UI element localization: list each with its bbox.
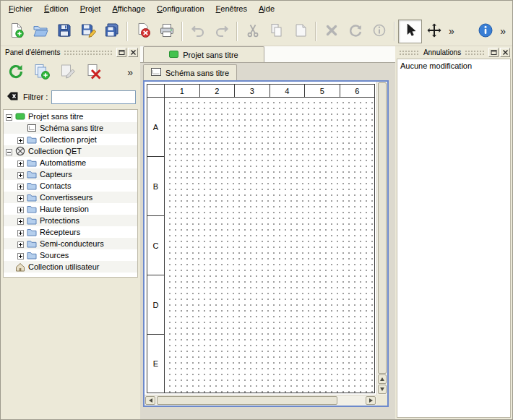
- vertical-scrollbar[interactable]: [376, 82, 387, 395]
- elements-toolbar-overflow-chevron[interactable]: »: [124, 61, 136, 85]
- menu-projet[interactable]: Projet: [74, 1, 107, 16]
- expander-expand-icon[interactable]: [17, 160, 24, 166]
- rotate-button[interactable]: [343, 20, 367, 43]
- scroll-up-button[interactable]: [378, 374, 387, 384]
- row-label: C: [147, 216, 165, 275]
- selection-mode-button[interactable]: [398, 20, 422, 43]
- menu-aide[interactable]: Aide: [253, 1, 280, 16]
- menu-fenetres[interactable]: Fenêtres: [210, 1, 253, 16]
- expander-expand-icon[interactable]: [17, 229, 24, 236]
- open-file-button[interactable]: [28, 20, 52, 43]
- float-dock-button[interactable]: [116, 48, 126, 57]
- column-label: 5: [305, 85, 340, 98]
- toolbar-overflow-chevron[interactable]: »: [446, 20, 457, 43]
- tree-item-automatisme[interactable]: Automatisme: [4, 157, 137, 168]
- save-as-button[interactable]: [76, 20, 100, 43]
- row-ruler: A B C D E: [147, 98, 165, 393]
- project-icon: [15, 112, 25, 121]
- undo-empty-message: Aucune modification: [400, 61, 507, 70]
- scroll-track[interactable]: [338, 395, 365, 406]
- element-infos-button[interactable]: [367, 20, 391, 43]
- menu-edition[interactable]: Édition: [38, 1, 74, 16]
- close-dock-button[interactable]: [500, 48, 510, 57]
- dock-grip[interactable]: [64, 50, 113, 55]
- tree-item-collection-qet[interactable]: Collection QET: [4, 145, 137, 157]
- float-dock-button[interactable]: [488, 48, 499, 57]
- expander-expand-icon[interactable]: [17, 252, 24, 259]
- reload-collections-button[interactable]: [5, 61, 27, 83]
- new-file-button[interactable]: [4, 20, 28, 43]
- expander-expand-icon[interactable]: [17, 194, 24, 201]
- expander-expand-icon[interactable]: [17, 241, 24, 247]
- scroll-left-button[interactable]: [145, 396, 155, 405]
- expander-expand-icon[interactable]: [17, 171, 24, 178]
- expander-expand-icon[interactable]: [17, 183, 24, 189]
- tab-projet-sans-titre[interactable]: Projet sans titre: [143, 46, 264, 62]
- float-window-icon: [118, 47, 125, 58]
- help-toolbar-overflow-chevron[interactable]: »: [497, 20, 509, 43]
- elements-panel-dock: Panel d'éléments » Filtrer :: [1, 46, 140, 419]
- copy-button[interactable]: [264, 20, 288, 43]
- tree-item-collection-projet[interactable]: Collection projet: [4, 134, 137, 145]
- tree-item-schema[interactable]: Schéma sans titre: [4, 122, 137, 134]
- tab-schema-sans-titre[interactable]: Schéma sans titre: [143, 64, 237, 80]
- cut-button[interactable]: [241, 20, 264, 43]
- close-dock-button[interactable]: [128, 48, 138, 57]
- folder-icon: [27, 205, 37, 213]
- delete-button[interactable]: [319, 20, 343, 43]
- schema-grid-canvas[interactable]: [165, 98, 374, 393]
- scroll-down-button[interactable]: [378, 385, 387, 394]
- tree-item-protections[interactable]: Protections: [4, 215, 137, 226]
- tree-item-capteurs[interactable]: Capteurs: [4, 168, 137, 180]
- filter-input[interactable]: [51, 90, 136, 104]
- horizontal-scrollbar[interactable]: [145, 395, 376, 406]
- clear-filter-button[interactable]: [5, 90, 20, 104]
- menu-fichier[interactable]: Fichier: [3, 1, 38, 16]
- main-toolbar: » »: [1, 17, 512, 46]
- tree-item-contacts[interactable]: Contacts: [4, 180, 137, 192]
- horizontal-scrollbar-thumb[interactable]: [157, 396, 337, 405]
- tree-item-recepteurs[interactable]: Récepteurs: [4, 226, 137, 238]
- vertical-scrollbar-thumb[interactable]: [378, 82, 387, 374]
- tree-item-label: Semi-conducteurs: [40, 239, 104, 248]
- tree-item-sources[interactable]: Sources: [4, 249, 137, 261]
- expander-expand-icon[interactable]: [17, 218, 24, 224]
- elements-panel-titlebar[interactable]: Panel d'éléments: [1, 46, 140, 58]
- undo-dock-titlebar[interactable]: Annulations: [395, 46, 512, 58]
- dock-grip[interactable]: [465, 50, 486, 55]
- close-file-button[interactable]: [131, 20, 155, 43]
- about-qet-button[interactable]: [473, 20, 497, 43]
- schema-view[interactable]: 1 2 3 4 5 6 A B C: [145, 82, 387, 406]
- delete-element-button[interactable]: [83, 61, 105, 83]
- redo-button[interactable]: [210, 20, 233, 43]
- save-all-button[interactable]: [100, 20, 124, 43]
- tree-item-convertisseurs[interactable]: Convertisseurs: [4, 192, 137, 203]
- mdi-center: Projet sans titre Schéma sans titre: [140, 46, 395, 419]
- scroll-right-button[interactable]: [366, 396, 376, 405]
- paste-button[interactable]: [288, 20, 312, 43]
- visualisation-mode-button[interactable]: [422, 20, 446, 43]
- print-button[interactable]: [155, 20, 178, 43]
- save-button[interactable]: [52, 20, 76, 43]
- dock-grip[interactable]: [399, 50, 420, 55]
- new-element-button[interactable]: [31, 61, 53, 83]
- triangle-left-icon: [149, 398, 152, 403]
- filter-row: Filtrer :: [1, 87, 140, 107]
- tree-item-collection-utilisateur[interactable]: Collection utilisateur: [4, 261, 137, 273]
- tree-item-semi-conducteurs[interactable]: Semi-conducteurs: [4, 238, 137, 249]
- menu-configuration[interactable]: Configuration: [151, 1, 210, 16]
- expander-collapse-icon[interactable]: [6, 148, 12, 155]
- elements-tree[interactable]: Projet sans titre Schéma sans titre Coll…: [3, 109, 138, 278]
- undo-history-list[interactable]: Aucune modification: [397, 59, 511, 418]
- tree-item-haute-tension[interactable]: Haute tension: [4, 203, 137, 215]
- edit-element-button[interactable]: [57, 61, 79, 83]
- column-ruler: 1 2 3 4 5 6: [165, 85, 374, 98]
- expander-expand-icon[interactable]: [17, 206, 24, 213]
- undo-button[interactable]: [186, 20, 210, 43]
- tree-item-project[interactable]: Projet sans titre: [4, 111, 137, 122]
- expander-collapse-icon[interactable]: [6, 113, 12, 120]
- user-collection-home-icon: [15, 262, 25, 272]
- expander-expand-icon[interactable]: [17, 137, 24, 143]
- folder-icon: [27, 239, 37, 248]
- menu-affichage[interactable]: Affichage: [106, 1, 151, 16]
